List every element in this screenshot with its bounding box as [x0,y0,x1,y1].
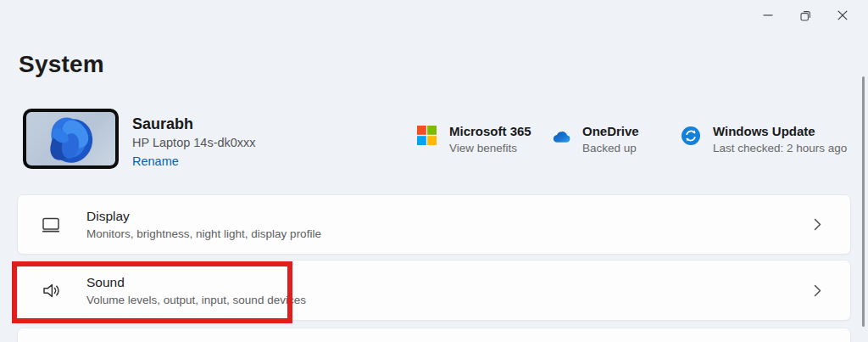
vertical-scrollbar[interactable] [862,76,865,327]
minimize-icon [763,10,773,20]
row-subtitle: Monitors, brightness, night light, displ… [86,227,814,240]
status-label: Windows Update [713,124,847,139]
restore-button[interactable] [787,3,824,27]
row-title: Sound [86,275,814,290]
onedrive-cloud-icon [550,126,570,146]
status-onedrive[interactable]: OneDrive Backed up [550,124,639,154]
display-icon [41,215,61,235]
status-microsoft-365[interactable]: Microsoft 365 View benefits [417,124,531,154]
row-subtitle: Volume levels, output, input, sound devi… [86,294,814,306]
window-controls [749,3,861,27]
device-thumbnail [23,109,119,169]
close-button[interactable] [824,3,861,27]
windows-bloom-wallpaper [26,112,115,165]
settings-window: System Saurabh HP Laptop 14s-dk0xxx Rena… [0,0,868,342]
status-subtext: Backed up [582,142,639,154]
status-subtext: Last checked: 2 hours ago [713,142,847,154]
restore-icon [800,10,811,21]
page-title: System [19,51,104,78]
chevron-right-icon [814,284,821,297]
status-label: Microsoft 365 [449,124,531,139]
row-title: Display [86,209,814,224]
status-subtext: View benefits [449,142,531,154]
close-icon [837,10,848,20]
settings-row-display[interactable]: Display Monitors, brightness, night ligh… [17,194,851,255]
minimize-button[interactable] [749,3,787,27]
settings-row-partial[interactable] [17,328,851,342]
speaker-icon [41,280,61,300]
status-windows-update[interactable]: Windows Update Last checked: 2 hours ago [681,124,847,154]
device-model: HP Laptop 14s-dk0xxx [132,136,256,149]
rename-link[interactable]: Rename [132,154,179,168]
status-label: OneDrive [582,124,639,139]
microsoft-365-logo-icon [417,126,437,146]
settings-row-sound[interactable]: Sound Volume levels, output, input, soun… [17,260,851,321]
device-name: Saurabh [132,115,193,133]
chevron-right-icon [814,218,821,231]
windows-update-icon [681,126,701,146]
